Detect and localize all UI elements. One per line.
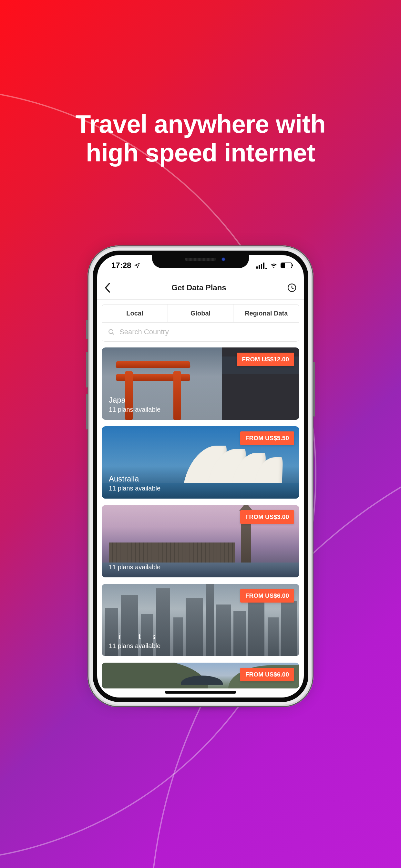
price-badge: FROM US$6.00 [240, 589, 294, 602]
phone-volume-up [86, 352, 88, 388]
country-search[interactable] [102, 322, 299, 342]
phone-frame: 17:28 [88, 245, 313, 707]
svg-point-1 [109, 330, 113, 334]
price-badge: FROM US$6.00 [240, 668, 294, 681]
search-input[interactable] [120, 328, 293, 336]
phone-speaker [185, 258, 216, 261]
home-indicator[interactable] [165, 691, 236, 693]
tab-label: Local [126, 310, 143, 317]
cellular-signal-icon [256, 262, 267, 269]
plan-card-united-kingdom[interactable]: FROM US$3.00 United Kingdom 11 plans ava… [102, 505, 299, 578]
hero-line-2: high speed internet [0, 138, 401, 167]
wifi-icon [270, 262, 277, 268]
tab-label: Global [190, 310, 211, 317]
history-button[interactable] [287, 283, 297, 292]
phone-screen: 17:28 [97, 255, 304, 698]
phone-front-camera [221, 257, 226, 261]
tab-global[interactable]: Global [168, 304, 234, 322]
phone-power-button [313, 362, 315, 416]
plan-card-united-states[interactable]: FROM US$6.00 United States 11 plans avai… [102, 584, 299, 656]
status-time: 17:28 [112, 261, 131, 270]
plan-card-japan[interactable]: せんべい FROM US$12.00 Japan 11 plans availa… [102, 347, 299, 420]
phone-notch [152, 251, 249, 268]
svg-line-2 [112, 333, 114, 335]
hero-headline: Travel anywhere with high speed internet [0, 110, 401, 167]
tab-local[interactable]: Local [102, 304, 168, 322]
tab-regional-data[interactable]: Regional Data [234, 304, 299, 322]
country-plan-list[interactable]: せんべい FROM US$12.00 Japan 11 plans availa… [97, 342, 304, 688]
plans-available: 11 plans available [109, 563, 292, 571]
australia-art [183, 445, 286, 488]
plan-scope-tabs: Local Global Regional Data [97, 300, 304, 322]
battery-icon [281, 262, 292, 268]
phone-volume-down [86, 394, 88, 430]
location-icon [134, 262, 140, 268]
search-icon [108, 329, 115, 336]
uk-art-parliament [109, 542, 235, 562]
price-badge: FROM US$3.00 [240, 510, 294, 524]
back-button[interactable] [104, 283, 111, 292]
plans-available: 11 plans available [109, 406, 292, 413]
phone-mockup: 17:28 [88, 245, 313, 707]
plans-available: 11 plans available [109, 485, 292, 492]
page-title: Get Data Plans [172, 283, 226, 292]
plans-available: 11 plans available [109, 642, 292, 650]
tab-label: Regional Data [245, 310, 288, 317]
app-navbar: Get Data Plans [97, 276, 304, 300]
phone-silent-switch [86, 320, 88, 339]
price-badge: FROM US$5.50 [240, 431, 294, 445]
plan-card-australia[interactable]: FROM US$5.50 Australia 11 plans availabl… [102, 426, 299, 499]
plan-card-partial[interactable]: FROM US$6.00 [102, 662, 299, 688]
price-badge: FROM US$12.00 [237, 352, 294, 366]
hero-line-1: Travel anywhere with [0, 110, 401, 138]
phone-bezel: 17:28 [93, 251, 308, 702]
